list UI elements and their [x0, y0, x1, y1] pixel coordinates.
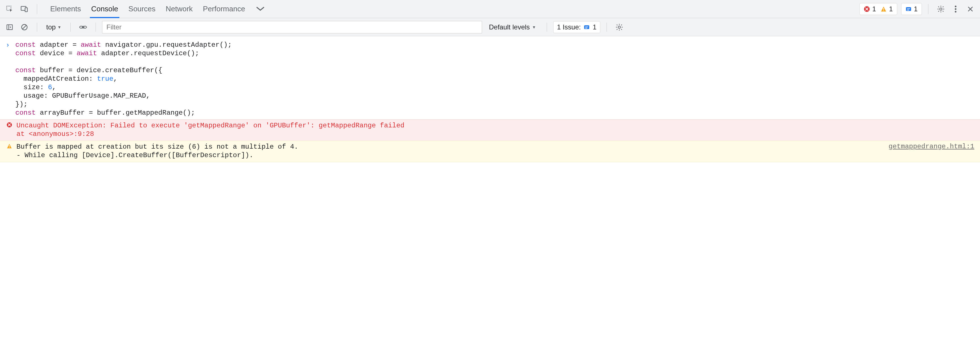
svg-rect-2: [25, 8, 27, 12]
separator: [606, 23, 607, 32]
svg-rect-19: [585, 26, 589, 27]
error-icon: [6, 122, 13, 128]
prompt-icon: ›: [6, 41, 12, 117]
error-text: Uncaught DOMException: Failed to execute…: [16, 122, 404, 138]
close-devtools-icon[interactable]: [964, 3, 977, 15]
toggle-device-toolbar-icon[interactable]: [18, 3, 30, 15]
filter-input[interactable]: [102, 21, 482, 33]
execution-context-selector[interactable]: top ▼: [43, 23, 64, 31]
svg-rect-20: [585, 28, 587, 28]
console-error-message[interactable]: Uncaught DOMException: Failed to execute…: [0, 119, 980, 141]
console-input-row[interactable]: › const adapter = await navigator.gpu.re…: [0, 40, 980, 119]
console-toolbar: top ▼ Default levels ▼ 1 Issue: 1: [0, 18, 980, 36]
separator: [37, 23, 37, 32]
svg-rect-7: [907, 8, 910, 9]
svg-rect-8: [907, 10, 909, 10]
devtools-topbar: Elements Console Sources Network Perform…: [0, 0, 980, 18]
settings-icon[interactable]: [935, 3, 947, 15]
scope-label: top: [46, 23, 56, 31]
tab-sources[interactable]: Sources: [129, 0, 155, 18]
error-count[interactable]: 1: [862, 5, 878, 13]
message-counts[interactable]: 1 1: [859, 3, 897, 15]
warning-icon: [6, 142, 13, 149]
code-input[interactable]: const adapter = await navigator.gpu.requ…: [15, 41, 232, 117]
panel-tabs: Elements Console Sources Network Perform…: [43, 0, 272, 18]
svg-point-21: [618, 26, 620, 28]
svg-rect-23: [9, 145, 10, 147]
warning-source-link[interactable]: getmappedrange.html:1: [889, 142, 974, 150]
issues-label: 1 Issue:: [557, 23, 581, 31]
clear-console-icon[interactable]: [18, 21, 30, 33]
info-counts[interactable]: 1: [901, 3, 922, 15]
info-count[interactable]: 1: [904, 5, 919, 13]
svg-rect-5: [883, 10, 884, 11]
info-count-value: 1: [914, 5, 918, 13]
log-levels-selector[interactable]: Default levels ▼: [484, 23, 541, 31]
tab-network[interactable]: Network: [165, 0, 192, 18]
console-body: › const adapter = await navigator.gpu.re…: [0, 36, 980, 162]
warning-count-value: 1: [889, 5, 892, 13]
svg-line-16: [22, 25, 26, 29]
tab-performance[interactable]: Performance: [203, 0, 245, 18]
toggle-sidebar-icon[interactable]: [3, 21, 16, 33]
tab-elements[interactable]: Elements: [50, 0, 81, 18]
tab-console[interactable]: Console: [91, 0, 118, 18]
dropdown-triangle-icon: ▼: [57, 25, 61, 29]
svg-rect-24: [9, 147, 10, 148]
separator: [37, 4, 37, 14]
svg-point-9: [940, 8, 942, 10]
console-settings-icon[interactable]: [613, 21, 625, 33]
warning-text: Buffer is mapped at creation but its siz…: [16, 142, 298, 160]
live-expression-icon[interactable]: [77, 21, 89, 33]
more-tabs-icon[interactable]: [255, 0, 266, 18]
separator: [547, 23, 547, 32]
inspect-element-icon[interactable]: [3, 3, 16, 15]
svg-rect-13: [7, 25, 13, 29]
svg-point-10: [955, 5, 956, 7]
svg-point-12: [955, 11, 956, 13]
levels-label: Default levels: [489, 23, 530, 31]
issues-count: 1: [593, 23, 597, 31]
svg-point-11: [955, 8, 956, 10]
more-options-icon[interactable]: [950, 3, 962, 15]
console-warning-message[interactable]: Buffer is mapped at creation but its siz…: [0, 141, 980, 162]
dropdown-triangle-icon: ▼: [532, 25, 536, 29]
issues-button[interactable]: 1 Issue: 1: [553, 21, 600, 33]
error-count-value: 1: [872, 5, 876, 13]
warning-count[interactable]: 1: [879, 5, 894, 13]
svg-rect-4: [883, 8, 884, 10]
issues-info-icon: [584, 24, 590, 30]
separator: [95, 23, 96, 32]
separator: [70, 23, 71, 32]
